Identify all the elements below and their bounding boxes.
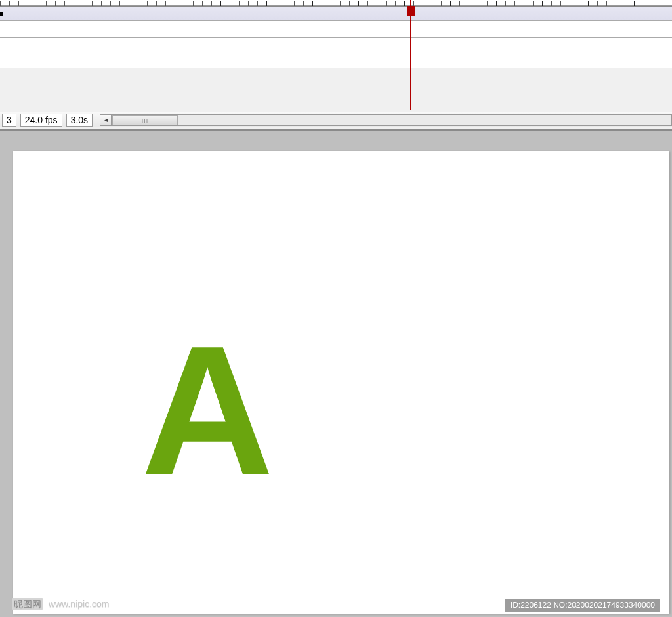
watermark-site-url: www.nipic.com bbox=[49, 599, 110, 609]
timeline-scrollbar-thumb[interactable]: III bbox=[112, 115, 178, 125]
stage-text-object[interactable]: A bbox=[141, 318, 267, 502]
timeline-ruler[interactable] bbox=[0, 0, 672, 6]
watermark-site: 昵图网 www.nipic.com bbox=[12, 599, 109, 610]
watermark-id: ID:2206122 NO:20200202174933340000 bbox=[505, 599, 660, 612]
timeline-controls-bar: 3 24.0 fps 3.0s ◂ III bbox=[0, 112, 672, 127]
timeline-layer-row[interactable] bbox=[0, 38, 672, 53]
keyframe-icon[interactable] bbox=[0, 12, 3, 16]
timeline-layer-row[interactable] bbox=[0, 53, 672, 68]
timeline-layer-row[interactable] bbox=[0, 6, 672, 21]
timeline-layer-spacer bbox=[0, 21, 672, 38]
playhead-line[interactable] bbox=[410, 0, 411, 110]
stage-area: A 昵图网 www.nipic.com ID:2206122 NO:202002… bbox=[0, 131, 672, 617]
scroll-left-arrow-icon[interactable]: ◂ bbox=[100, 114, 112, 126]
watermark-site-name: 昵图网 bbox=[12, 598, 43, 610]
current-frame-field[interactable]: 3 bbox=[2, 114, 16, 127]
elapsed-time-field[interactable]: 3.0s bbox=[66, 114, 93, 127]
fps-field[interactable]: 24.0 fps bbox=[20, 114, 62, 127]
timeline-panel: 3 24.0 fps 3.0s ◂ III bbox=[0, 0, 672, 131]
playhead-handle[interactable] bbox=[407, 6, 415, 16]
stage-canvas[interactable]: A bbox=[13, 151, 669, 614]
scroll-grip-icon: III bbox=[138, 117, 152, 123]
timeline-scrollbar-track[interactable]: III bbox=[112, 114, 672, 126]
